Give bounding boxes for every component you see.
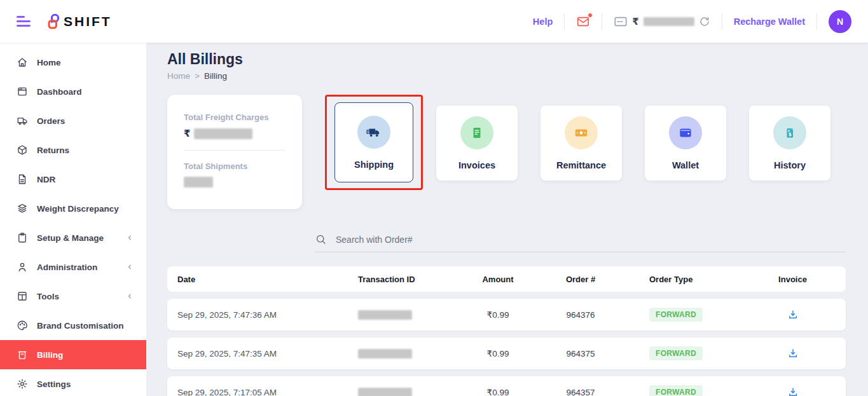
divider: [564, 13, 565, 30]
download-invoice-button[interactable]: [785, 384, 801, 396]
sidebar-item-label: Home: [37, 58, 61, 67]
table-row: Sep 29, 2025, 7:17:05 AM ₹0.99 964357 FO…: [167, 376, 846, 396]
sidebar-item-label: Settings: [37, 379, 71, 389]
main-content: All Billings Home > Billing Total Freigh…: [146, 43, 868, 396]
tab-history[interactable]: $ History: [749, 106, 830, 181]
column-header-order: Order #: [536, 275, 625, 284]
tab-label: History: [774, 160, 806, 170]
cell-order-number: 964375: [536, 349, 625, 358]
sidebar-item-administration[interactable]: Administration: [0, 252, 146, 282]
sidebar-item-orders[interactable]: Orders: [0, 106, 146, 135]
tab-remittance[interactable]: Remittance: [541, 106, 622, 181]
search-input[interactable]: [336, 235, 846, 245]
hamburger-menu-icon[interactable]: [17, 16, 31, 27]
truck-icon: [17, 115, 28, 126]
order-type-badge: FORWARD: [649, 346, 703, 360]
order-type-badge: FORWARD: [649, 308, 703, 322]
sidebar-item-billing[interactable]: Billing: [0, 340, 146, 369]
shipments-count-redacted: [184, 177, 213, 188]
sidebar-item-weight-discrepancy[interactable]: Weight Discrepancy: [0, 194, 146, 223]
mail-notification-icon[interactable]: [576, 15, 590, 29]
cell-amount: ₹0.99: [460, 310, 536, 320]
divider: [816, 13, 817, 30]
table-row: Sep 29, 2025, 7:47:36 AM ₹0.99 964376 FO…: [167, 299, 846, 331]
sidebar-item-dashboard[interactable]: Dashboard: [0, 77, 146, 106]
shipping-truck-icon: [357, 116, 390, 149]
sidebar-item-label: Tools: [37, 292, 59, 301]
transaction-id-redacted: [358, 310, 412, 320]
column-header-transaction-id: Transaction ID: [358, 275, 460, 284]
download-invoice-button[interactable]: [785, 306, 801, 323]
tab-shipping[interactable]: Shipping: [334, 102, 413, 182]
download-icon: [787, 309, 799, 320]
sidebar-item-label: Billing: [37, 350, 63, 360]
sidebar-item-returns[interactable]: Returns: [0, 135, 146, 165]
help-link[interactable]: Help: [533, 17, 553, 27]
card-icon: [614, 15, 628, 29]
invoice-document-icon: [460, 116, 493, 149]
cell-date: Sep 29, 2025, 7:47:35 AM: [167, 349, 358, 358]
history-receipt-icon: $: [773, 116, 806, 149]
sidebar-item-label: NDR: [37, 175, 55, 184]
tab-label: Wallet: [672, 160, 699, 170]
breadcrumb-separator: >: [195, 71, 200, 81]
refresh-icon[interactable]: [699, 16, 710, 27]
billing-table: Date Transaction ID Amount Order # Order…: [167, 266, 846, 396]
sidebar-item-label: Brand Customisation: [37, 321, 124, 331]
notification-dot: [588, 13, 593, 18]
sidebar-item-label: Dashboard: [37, 87, 82, 97]
sidebar-item-label: Weight Discrepancy: [37, 204, 119, 214]
download-icon: [787, 348, 799, 359]
cell-order-number: 964357: [536, 388, 625, 396]
transaction-id-redacted: [358, 388, 412, 396]
download-invoice-button[interactable]: [785, 345, 801, 362]
freight-charges-label: Total Freight Charges: [184, 113, 286, 122]
sidebar-item-label: Orders: [37, 116, 65, 126]
totals-card: Total Freight Charges ₹ Total Shipments: [167, 95, 302, 209]
table-header: Date Transaction ID Amount Order # Order…: [167, 266, 846, 292]
freight-amount-redacted: [194, 128, 252, 139]
wallet-balance: ₹: [614, 15, 710, 29]
total-shipments-label: Total Shipments: [184, 161, 286, 171]
sidebar-item-tools[interactable]: Tools: [0, 282, 146, 311]
highlight-annotation: Shipping: [325, 95, 423, 190]
breadcrumb: Home > Billing: [167, 71, 846, 81]
divider: [184, 150, 286, 151]
page-title: All Billings: [167, 51, 846, 68]
package-icon: [17, 144, 28, 156]
header-actions: Help ₹ Recharge Wallet: [533, 10, 851, 33]
table-row: Sep 29, 2025, 7:47:35 AM ₹0.99 964375 FO…: [167, 338, 846, 369]
top-header: SHIFT Help ₹ Rec: [0, 0, 868, 43]
wallet-icon: [669, 116, 702, 149]
transaction-id-redacted: [358, 349, 412, 358]
chevron-left-icon: [126, 234, 134, 242]
home-icon: [17, 57, 28, 68]
sidebar-item-settings[interactable]: Settings: [0, 369, 146, 396]
tab-label: Invoices: [458, 160, 495, 170]
gear-icon: [17, 378, 28, 390]
sidebar-item-home[interactable]: Home: [0, 48, 146, 77]
billing-icon: [17, 349, 28, 360]
tab-invoices[interactable]: Invoices: [436, 106, 518, 181]
chevron-left-icon: [126, 263, 134, 271]
sidebar-item-brand-customisation[interactable]: Brand Customisation: [0, 311, 146, 340]
sidebar-item-label: Setup & Manage: [37, 233, 104, 243]
breadcrumb-home[interactable]: Home: [167, 71, 190, 81]
currency-symbol: ₹: [632, 16, 638, 27]
sidebar-item-ndr[interactable]: NDR: [0, 165, 146, 194]
app: SHIFT Help ₹ Rec: [0, 0, 868, 396]
order-type-badge: FORWARD: [649, 385, 703, 396]
cell-order-number: 964376: [536, 310, 625, 320]
sidebar-item-setup-manage[interactable]: Setup & Manage: [0, 223, 146, 252]
brand-logo: SHIFT: [46, 13, 112, 30]
tab-wallet[interactable]: Wallet: [645, 106, 726, 181]
column-header-date: Date: [167, 275, 358, 284]
column-header-amount: Amount: [460, 275, 536, 284]
cell-date: Sep 29, 2025, 7:17:05 AM: [167, 388, 358, 396]
banknote-icon: [565, 116, 598, 149]
user-avatar[interactable]: N: [829, 10, 851, 33]
layers-icon: [17, 203, 28, 214]
sidebar-nav: Home Dashboard Orders Returns NDR Weight…: [0, 43, 146, 396]
breadcrumb-current: Billing: [204, 71, 227, 81]
recharge-wallet-link[interactable]: Recharge Wallet: [734, 17, 805, 27]
